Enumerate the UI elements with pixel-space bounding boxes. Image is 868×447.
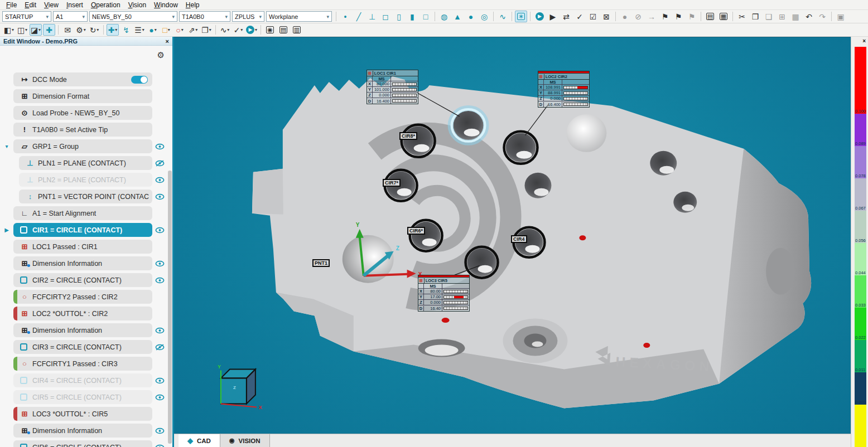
sidebar-item-dcc-mode[interactable]: ↦DCC Mode [13,72,152,86]
sidebar-item-cir6-circle-contact[interactable]: CIR6 = CIRCLE (CONTACT) [13,440,152,447]
close-icon[interactable]: × [862,38,866,44]
sidebar-item-grp1-group[interactable]: ▱GRP1 = Group [13,139,152,153]
mark-document-icon[interactable]: ☑ [587,11,599,22]
eye-icon[interactable] [152,427,167,434]
workplane-dropdown[interactable]: ZPLUS▾ [232,11,264,22]
active-alignment-dropdown[interactable]: A1▾ [53,11,88,22]
bookmark-remove-icon[interactable]: ⚑ [686,11,698,22]
eye-icon[interactable] [152,444,167,447]
snapshot-camera-icon[interactable]: ◉ [264,24,276,36]
feature-tag-pnt1[interactable]: PNT1 [312,259,330,267]
undo-icon[interactable]: ↶ [803,11,815,22]
sidebar-item-pln2-plane-contact[interactable]: ⊥PLN2 = PLANE (CONTACT) [19,173,152,187]
collision-check-icon[interactable]: ✓▾ [232,24,244,36]
pan-icon[interactable]: ✚ [43,24,55,36]
sidebar-item-dimension-information[interactable]: ⊞Dimension Information [13,323,152,337]
menu-window[interactable]: Window [150,1,182,9]
circle-select-icon[interactable]: ○▾ [173,24,186,36]
close-icon[interactable]: × [166,38,169,45]
menu-view[interactable]: View [40,1,62,9]
path-lines-icon[interactable]: ∿▾ [219,24,231,36]
execute-from-cursor-icon[interactable]: ▶ [547,11,559,22]
eye-icon[interactable] [152,177,167,183]
menu-edit[interactable]: Edit [21,1,40,9]
sidebar-item-loc2-outtol-cir2[interactable]: ⊞LOC2 *OUTTOL* : CIR2 [13,307,152,320]
redo-icon[interactable]: ↷ [816,11,828,22]
measurement-table-loc3-cir5[interactable]: ⊞LOC3 CIR5MSX80.00Y17.00Z0.000D16.40 [418,275,470,312]
measurement-table-loc2-cir2[interactable]: ⊞LOC2 CIR2MSX108.991Y88.991Z0.000D16.400 [538,71,590,108]
square-slot-feature-icon[interactable]: ▮ [406,11,418,22]
sphere-feature-icon[interactable]: ● [465,11,477,22]
sidebar-item-dimension-information[interactable]: ⊞Dimension Information [13,424,152,438]
analysis-window-icon[interactable]: ▥ [291,24,303,36]
tab-vision[interactable]: ◉VISION [220,434,270,447]
edit-window-icon[interactable]: ▤ [704,11,716,22]
sidebar-item-cir3-circle-contact[interactable]: CIR3 = CIRCLE (CONTACT) [13,340,152,354]
menu-operation[interactable]: Operation [87,1,124,9]
eye-icon[interactable] [152,394,167,401]
sidebar-item-loc3-outtol-cir5[interactable]: ⊞LOC3 *OUTTOL* : CIR5 [13,407,152,421]
probe-file-dropdown[interactable]: NEW5_BY_50▾ [89,11,177,22]
sidebar-item-a1-start-alignment[interactable]: ∟A1 = Start Alignment [13,206,152,220]
print-icon[interactable]: ▣ [835,11,847,22]
plane-feature-icon[interactable]: ⊥ [366,11,378,22]
bookmark-add-icon[interactable]: ⚑ [672,11,684,22]
stop-disabled-icon[interactable]: ⊘ [632,11,644,22]
sidebar-item-cir5-circle-contact[interactable]: CIR5 = CIRCLE (CONTACT) [13,390,152,404]
active-tip-dropdown[interactable]: T1A0B0▾ [179,11,230,22]
paste-with-pattern-icon[interactable]: ⊞ [776,11,788,22]
menu-help[interactable]: Help [182,1,204,9]
eye-icon[interactable] [152,227,167,234]
sidebar-item-dimension-format[interactable]: ⊞Dimension Format [13,89,152,103]
sidebar-item-cir1-circle-contact[interactable]: CIR1 = CIRCLE (CONTACT) [13,223,152,237]
round-slot-feature-icon[interactable]: ▯ [393,11,405,22]
sidebar-scrollbar-thumb[interactable] [168,171,172,444]
pattern-icon[interactable]: ▦ [789,11,802,22]
continue-icon[interactable]: → [645,11,658,22]
shaded-cube-icon[interactable]: ◪▾ [30,24,42,36]
eye-icon[interactable] [152,193,167,200]
feature-tag-cir6[interactable]: CIR6* [407,227,425,235]
animate-path-icon[interactable]: ▶▾ [245,24,258,36]
cone-feature-icon[interactable]: ▲ [451,11,464,22]
line-feature-icon[interactable]: ╱ [353,11,365,22]
sidebar-item-pln1-plane-contact[interactable]: ⊥PLN1 = PLANE (CONTACT) [19,156,152,170]
eye-off-icon[interactable] [152,160,167,167]
feature-tag-cir4[interactable]: CIR4 [511,235,527,243]
sidebar-item-fcfcirty1-passed-cir3[interactable]: ○FCFCIRTY1 Passed : CIR3 [13,357,152,371]
dcc-mode-toggle[interactable] [131,76,148,84]
probe-comment-icon[interactable]: ✉ [61,24,74,36]
verify-check-icon[interactable]: ✓ [573,11,586,22]
stop-icon[interactable]: ● [619,11,631,22]
probe-toolbox-icon[interactable]: ☰▾ [133,24,146,36]
cylinder-feature-icon[interactable]: ◍ [438,11,450,22]
axes-settings-icon[interactable]: ↯ [120,24,132,36]
nav-cube[interactable]: Y X Z [218,364,262,411]
current-item-marker-icon[interactable]: ▶ [0,227,13,233]
box-select-icon[interactable]: □▾ [160,24,172,36]
measurement-table-loc1-cir1[interactable]: ⊞LOC1 CIR1MSX80.000Y101.000Z0.000D16.400 [367,70,418,104]
mode-dropdown[interactable]: Workplane▾ [266,11,332,22]
sphere-tool-icon[interactable]: ●▾ [147,24,159,36]
curve-feature-icon[interactable]: ∿ [496,11,509,22]
rotate-view-icon[interactable]: ↻▾ [88,24,100,36]
square-feature-icon[interactable]: □ [419,11,432,22]
menu-vision[interactable]: Vision [124,1,150,9]
sidebar-item-loc1-passed-cir1[interactable]: ⊞LOC1 Passed : CIR1 [13,240,152,254]
graphic-analysis-icon[interactable]: ⇗▾ [187,24,199,36]
unmark-document-icon[interactable]: ⊠ [600,11,613,22]
layers-icon[interactable]: ❐▾ [200,24,213,36]
sidebar-item-dimension-information[interactable]: ⊞Dimension Information [13,256,152,270]
auto-feature-icon[interactable]: ∗ [515,11,527,22]
eye-icon[interactable] [152,143,167,150]
sidebar-item-load-probe-new5-by-50[interactable]: ⊙Load Probe - NEW5_BY_50 [13,106,152,120]
optimize-settings-icon[interactable]: ⚙▾ [75,24,87,36]
wireframe-cube-icon[interactable]: ◫▾ [16,24,28,36]
cad-viewport[interactable]: HEXAGON Y X Z Y X [174,37,851,447]
feature-tag-cir7[interactable]: CIR7* [383,179,401,187]
eye-icon[interactable] [152,260,167,267]
sidebar-item-pnt1-vector-point-contac[interactable]: ↕PNT1 = VECTOR POINT (CONTAC [19,190,152,203]
expand-chevron-icon[interactable]: ▾ [0,143,13,149]
alignment-dropdown[interactable]: STARTUP▾ [2,11,51,22]
eye-icon[interactable] [152,327,167,334]
